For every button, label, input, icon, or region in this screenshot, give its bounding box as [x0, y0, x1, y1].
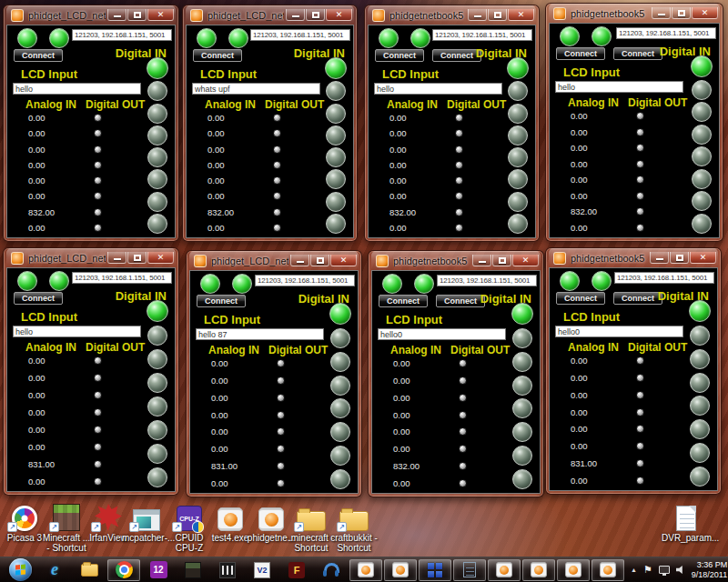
connect-button[interactable]: Connect — [14, 292, 63, 305]
digital-out-indicator[interactable] — [636, 192, 644, 200]
digital-out-indicator[interactable] — [277, 479, 285, 487]
maximize-button[interactable] — [306, 9, 325, 21]
digital-out-indicator[interactable] — [455, 161, 463, 169]
digital-out-indicator[interactable] — [273, 129, 281, 137]
digital-out-indicator[interactable] — [636, 144, 644, 152]
digital-out-indicator[interactable] — [273, 161, 281, 169]
taskbar-item-google-chrome[interactable] — [107, 559, 140, 581]
connect-button[interactable]: Connect — [197, 295, 246, 307]
window-titlebar[interactable]: phidgetnetbook5 ✕ — [549, 248, 718, 267]
taskbar-item-columns-app[interactable] — [211, 559, 244, 581]
minimize-button[interactable] — [290, 255, 309, 266]
server-address-input[interactable] — [614, 272, 714, 284]
connect-button[interactable]: Connect — [556, 47, 605, 60]
digital-out-indicator[interactable] — [636, 128, 644, 136]
digital-out-indicator[interactable] — [455, 146, 463, 154]
window-titlebar[interactable]: phidgetnetbook5 ✕ — [368, 5, 536, 25]
lcd-input-field[interactable] — [13, 326, 141, 337]
digital-out-indicator[interactable] — [94, 426, 102, 434]
lcd-input-field[interactable] — [13, 83, 141, 95]
taskbar-item-calendar-12[interactable]: 12 — [142, 559, 175, 581]
digital-out-indicator[interactable] — [636, 112, 644, 120]
taskbar-item-headset[interactable] — [315, 559, 348, 581]
window-titlebar[interactable]: phidget_LCD_network_test ✕ — [186, 5, 354, 25]
digital-out-indicator[interactable] — [273, 224, 281, 232]
maximize-button[interactable] — [127, 9, 147, 21]
clock[interactable]: 3:36 PM 9/18/2011 — [692, 560, 727, 580]
connect-button[interactable]: Connect — [432, 49, 481, 62]
server-address-input[interactable] — [72, 29, 172, 41]
digital-out-indicator[interactable] — [455, 224, 463, 232]
maximize-button[interactable] — [310, 255, 329, 266]
digital-out-indicator[interactable] — [277, 376, 285, 385]
window-titlebar[interactable]: phidgetnetbook5 ✕ — [371, 251, 541, 270]
server-address-input[interactable] — [250, 29, 350, 41]
lcd-input-field[interactable] — [378, 328, 506, 340]
digital-out-indicator[interactable] — [455, 208, 463, 216]
minimize-button[interactable] — [468, 9, 487, 21]
taskbar-item-windows-start[interactable] — [4, 559, 36, 581]
maximize-button[interactable] — [127, 252, 147, 264]
digital-out-indicator[interactable] — [94, 408, 102, 416]
taskbar-item-vnc-viewer[interactable]: V2 — [246, 559, 278, 581]
digital-out-indicator[interactable] — [636, 160, 644, 168]
digital-out-indicator[interactable] — [636, 391, 644, 399]
lcd-input-field[interactable] — [555, 326, 683, 337]
digital-out-indicator[interactable] — [636, 224, 644, 232]
digital-out-indicator[interactable] — [459, 462, 467, 470]
minimize-button[interactable] — [650, 252, 669, 264]
digital-out-indicator[interactable] — [94, 129, 102, 137]
digital-out-indicator[interactable] — [94, 460, 102, 468]
taskbar-item-phidget-app[interactable] — [592, 559, 624, 581]
lcd-input-field[interactable] — [555, 81, 683, 93]
digital-out-indicator[interactable] — [636, 374, 644, 382]
digital-out-indicator[interactable] — [277, 427, 285, 436]
connect-button[interactable]: Connect — [193, 49, 242, 62]
taskbar-item-fraps[interactable]: F — [280, 559, 313, 581]
digital-out-indicator[interactable] — [455, 129, 463, 137]
window-titlebar[interactable]: phidgetnetbook5 ✕ — [549, 4, 720, 23]
digital-out-indicator[interactable] — [94, 374, 102, 382]
digital-out-indicator[interactable] — [94, 146, 102, 154]
digital-out-indicator[interactable] — [94, 443, 102, 451]
minimize-button[interactable] — [107, 9, 126, 21]
digital-out-indicator[interactable] — [94, 477, 102, 486]
close-button[interactable]: ✕ — [147, 9, 174, 21]
taskbar-item-windows-explorer[interactable] — [73, 559, 106, 581]
digital-out-indicator[interactable] — [94, 114, 102, 122]
connect-button[interactable]: Connect — [613, 292, 662, 305]
digital-out-indicator[interactable] — [94, 208, 102, 216]
taskbar-item-minecraft[interactable] — [177, 559, 209, 581]
tray-expand-icon[interactable]: ▲ — [631, 567, 637, 573]
connect-button[interactable]: Connect — [14, 49, 63, 62]
connect-button[interactable]: Connect — [379, 295, 428, 307]
digital-out-indicator[interactable] — [636, 176, 644, 184]
lcd-input-field[interactable] — [374, 83, 502, 95]
digital-out-indicator[interactable] — [277, 359, 285, 367]
minimize-button[interactable] — [107, 252, 126, 264]
connect-button[interactable]: Connect — [375, 49, 424, 62]
action-center-flag-icon[interactable]: ⚑ — [643, 565, 652, 575]
close-button[interactable]: ✕ — [147, 252, 174, 264]
digital-out-indicator[interactable] — [459, 376, 467, 385]
window-titlebar[interactable]: phidget_LCD_network_test ✕ — [6, 248, 176, 267]
taskbar-item-phidget-app[interactable] — [349, 559, 382, 581]
digital-out-indicator[interactable] — [455, 176, 463, 185]
minimize-button[interactable] — [286, 9, 305, 21]
digital-out-indicator[interactable] — [277, 394, 285, 402]
taskbar-item-notepad[interactable] — [453, 559, 486, 581]
digital-out-indicator[interactable] — [273, 176, 281, 185]
window-titlebar[interactable]: phidget_LCD_network_test ✕ — [189, 251, 359, 270]
close-button[interactable]: ✕ — [330, 255, 357, 266]
digital-out-indicator[interactable] — [459, 359, 467, 367]
window-titlebar[interactable]: phidget_LCD_network_test ✕ — [6, 5, 176, 25]
maximize-button[interactable] — [488, 9, 507, 21]
minimize-button[interactable] — [472, 255, 491, 266]
server-address-input[interactable] — [72, 272, 172, 284]
digital-out-indicator[interactable] — [636, 442, 644, 450]
digital-out-indicator[interactable] — [273, 114, 281, 122]
digital-out-indicator[interactable] — [459, 427, 467, 436]
connect-button[interactable]: Connect — [556, 292, 605, 305]
taskbar-item-phidget-app[interactable] — [384, 559, 417, 581]
digital-out-indicator[interactable] — [636, 408, 644, 416]
